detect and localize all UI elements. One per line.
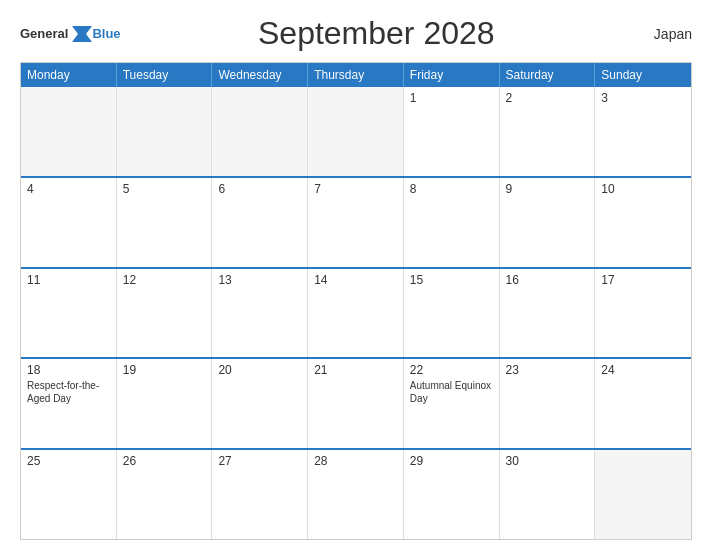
- day-header-thursday: Thursday: [308, 63, 404, 87]
- cell-date-number: 5: [123, 182, 206, 196]
- calendar-cell: 19: [117, 359, 213, 448]
- day-header-saturday: Saturday: [500, 63, 596, 87]
- cell-date-number: 18: [27, 363, 110, 377]
- cell-event-label: Autumnal Equinox Day: [410, 380, 491, 404]
- day-header-tuesday: Tuesday: [117, 63, 213, 87]
- calendar-cell: 8: [404, 178, 500, 267]
- week-row-2: 11121314151617: [21, 269, 691, 360]
- svg-marker-0: [72, 26, 92, 42]
- calendar-cell: [117, 87, 213, 176]
- cell-date-number: 16: [506, 273, 589, 287]
- week-row-0: 123: [21, 87, 691, 178]
- cell-date-number: 21: [314, 363, 397, 377]
- day-header-friday: Friday: [404, 63, 500, 87]
- calendar-cell: 29: [404, 450, 500, 539]
- calendar-cell: 28: [308, 450, 404, 539]
- calendar-cell: [21, 87, 117, 176]
- calendar-title: September 2028: [121, 15, 632, 52]
- calendar-cell: 25: [21, 450, 117, 539]
- cell-date-number: 23: [506, 363, 589, 377]
- cell-date-number: 10: [601, 182, 685, 196]
- cell-date-number: 17: [601, 273, 685, 287]
- calendar-cell: 5: [117, 178, 213, 267]
- cell-date-number: 25: [27, 454, 110, 468]
- weeks-container: 123456789101112131415161718Respect-for-t…: [21, 87, 691, 539]
- logo: General Blue: [20, 23, 121, 45]
- cell-date-number: 27: [218, 454, 301, 468]
- calendar-cell: 3: [595, 87, 691, 176]
- calendar-cell: [595, 450, 691, 539]
- cell-date-number: 7: [314, 182, 397, 196]
- calendar-cell: 7: [308, 178, 404, 267]
- calendar-page: General Blue September 2028 Japan Monday…: [0, 0, 712, 550]
- cell-date-number: 26: [123, 454, 206, 468]
- day-header-monday: Monday: [21, 63, 117, 87]
- calendar-cell: 9: [500, 178, 596, 267]
- day-header-wednesday: Wednesday: [212, 63, 308, 87]
- calendar-cell: 20: [212, 359, 308, 448]
- calendar-cell: 1: [404, 87, 500, 176]
- logo-blue-text: Blue: [92, 26, 120, 41]
- cell-date-number: 11: [27, 273, 110, 287]
- calendar-cell: 30: [500, 450, 596, 539]
- calendar-cell: 16: [500, 269, 596, 358]
- calendar-cell: 27: [212, 450, 308, 539]
- cell-date-number: 15: [410, 273, 493, 287]
- calendar-cell: 23: [500, 359, 596, 448]
- cell-date-number: 24: [601, 363, 685, 377]
- cell-date-number: 8: [410, 182, 493, 196]
- cell-date-number: 20: [218, 363, 301, 377]
- cell-date-number: 1: [410, 91, 493, 105]
- day-header-sunday: Sunday: [595, 63, 691, 87]
- calendar-cell: [308, 87, 404, 176]
- calendar-cell: 26: [117, 450, 213, 539]
- calendar-cell: 6: [212, 178, 308, 267]
- cell-event-label: Respect-for-the-Aged Day: [27, 380, 99, 404]
- calendar-grid: MondayTuesdayWednesdayThursdayFridaySatu…: [20, 62, 692, 540]
- calendar-cell: 2: [500, 87, 596, 176]
- week-row-3: 18Respect-for-the-Aged Day19202122Autumn…: [21, 359, 691, 450]
- calendar-cell: 4: [21, 178, 117, 267]
- header: General Blue September 2028 Japan: [20, 15, 692, 52]
- week-row-4: 252627282930: [21, 450, 691, 539]
- cell-date-number: 30: [506, 454, 589, 468]
- logo-flag-icon: [70, 23, 92, 45]
- calendar-cell: 17: [595, 269, 691, 358]
- calendar-cell: 11: [21, 269, 117, 358]
- cell-date-number: 12: [123, 273, 206, 287]
- calendar-cell: 14: [308, 269, 404, 358]
- calendar-cell: 12: [117, 269, 213, 358]
- calendar-cell: 24: [595, 359, 691, 448]
- cell-date-number: 22: [410, 363, 493, 377]
- cell-date-number: 4: [27, 182, 110, 196]
- cell-date-number: 6: [218, 182, 301, 196]
- calendar-cell: 18Respect-for-the-Aged Day: [21, 359, 117, 448]
- cell-date-number: 29: [410, 454, 493, 468]
- calendar-cell: 21: [308, 359, 404, 448]
- country-label: Japan: [632, 26, 692, 42]
- calendar-cell: [212, 87, 308, 176]
- cell-date-number: 13: [218, 273, 301, 287]
- calendar-cell: 10: [595, 178, 691, 267]
- calendar-cell: 15: [404, 269, 500, 358]
- cell-date-number: 3: [601, 91, 685, 105]
- week-row-1: 45678910: [21, 178, 691, 269]
- calendar-cell: 13: [212, 269, 308, 358]
- cell-date-number: 9: [506, 182, 589, 196]
- cell-date-number: 2: [506, 91, 589, 105]
- cell-date-number: 19: [123, 363, 206, 377]
- day-headers-row: MondayTuesdayWednesdayThursdayFridaySatu…: [21, 63, 691, 87]
- cell-date-number: 28: [314, 454, 397, 468]
- logo-general-text: General: [20, 26, 68, 41]
- calendar-cell: 22Autumnal Equinox Day: [404, 359, 500, 448]
- cell-date-number: 14: [314, 273, 397, 287]
